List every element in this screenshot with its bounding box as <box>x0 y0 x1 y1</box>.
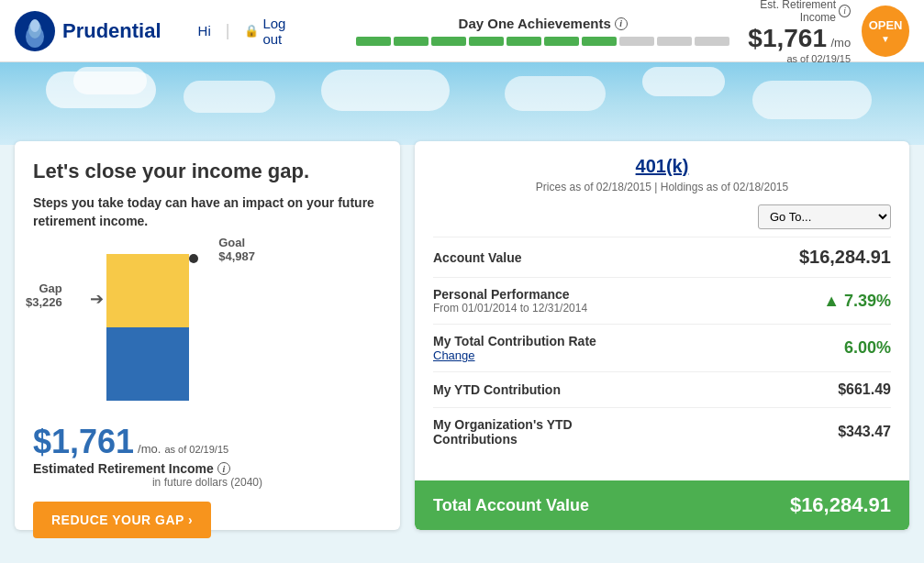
progress-segment-6 <box>582 37 617 46</box>
left-card: Let's close your income gap. Steps you t… <box>15 141 400 530</box>
contribution-value: 6.00% <box>844 338 891 358</box>
performance-label-group: Personal Performance From 01/01/2014 to … <box>433 287 587 315</box>
account-value-label: Account Value <box>433 250 521 265</box>
chevron-down-icon: ▼ <box>881 34 890 44</box>
progress-segment-9 <box>695 37 729 46</box>
income-mo: /mo. <box>138 442 161 456</box>
contribution-change-link[interactable]: Change <box>433 348 596 362</box>
bar-chart <box>106 254 189 401</box>
income-amount: $1,761 <box>33 423 134 461</box>
header-nav: Hi | 🔒 Log out <box>198 16 302 47</box>
day-one-info-icon[interactable]: i <box>615 17 628 30</box>
est-income-amount: $1,761 <box>748 24 827 52</box>
gap-label-group: Gap $3,226 <box>26 282 62 309</box>
open-button[interactable]: OPEN ▼ <box>862 6 909 57</box>
performance-value: ▲ 7.39% <box>823 292 891 311</box>
right-card-body: 401(k) Prices as of 02/18/2015 | Holding… <box>415 141 909 480</box>
svg-point-3 <box>30 19 39 32</box>
goal-amount: $4,987 <box>218 249 255 263</box>
lock-icon: 🔒 <box>244 24 259 38</box>
chart-container: Gap $3,226 ➔ Goal $4,987 <box>106 254 189 401</box>
goal-dot-icon <box>189 254 198 263</box>
ytd-label: My YTD Contribution <box>433 382 561 397</box>
prudential-logo <box>15 11 55 51</box>
income-amount-row: $1,761 /mo. as of 02/19/15 <box>33 423 382 461</box>
left-card-title: Let's close your income gap. <box>33 160 382 183</box>
cloud-4 <box>321 70 450 111</box>
total-label: Total Account Value <box>433 496 589 515</box>
reduce-gap-button[interactable]: REDUCE YOUR GAP › <box>33 502 211 538</box>
account-title[interactable]: 401(k) <box>433 156 891 177</box>
progress-segment-5 <box>544 37 579 46</box>
progress-segment-1 <box>394 37 429 46</box>
cloud-5 <box>505 76 606 111</box>
gap-amount: $3,226 <box>26 295 62 309</box>
progress-segment-7 <box>619 37 654 46</box>
prices-note: Prices as of 02/18/2015 | Holdings as of… <box>433 181 891 193</box>
logo-text: Prudential <box>62 19 161 43</box>
progress-segment-4 <box>507 37 541 46</box>
progress-segment-3 <box>469 37 504 46</box>
cloud-3 <box>184 81 275 113</box>
income-section: $1,761 /mo. as of 02/19/15 Estimated Ret… <box>33 423 382 489</box>
goal-label: Goal <box>218 236 255 249</box>
contribution-label: My Total Contribution Rate <box>433 334 596 348</box>
est-income-label: Est. Retirement Income i <box>729 0 851 24</box>
bar-blue <box>106 327 189 401</box>
greeting-link[interactable]: Hi <box>198 23 211 39</box>
logo-area: Prudential <box>15 11 161 51</box>
right-card: 401(k) Prices as of 02/18/2015 | Holding… <box>415 141 909 530</box>
ytd-value: $661.49 <box>838 381 891 398</box>
cloud-2 <box>73 67 147 94</box>
day-one-label: Day One Achievements i <box>459 16 628 31</box>
main-content: Let's close your income gap. Steps you t… <box>0 127 924 545</box>
gap-label: Gap <box>26 282 62 295</box>
org-label-group: My Organization's YTD Contributions <box>433 417 573 447</box>
account-value: $16,284.91 <box>799 247 891 268</box>
total-value: $16,284.91 <box>790 493 891 517</box>
logout-link[interactable]: 🔒 Log out <box>244 16 301 47</box>
org-sublabel: Contributions <box>433 432 573 447</box>
left-card-subtitle: Steps you take today can have an impact … <box>33 194 382 230</box>
progress-bar <box>356 37 729 46</box>
header-right: Est. Retirement Income i $1,761 /mo as o… <box>729 0 909 64</box>
income-info-icon[interactable]: i <box>217 462 230 475</box>
est-income-row: $1,761 /mo as of 02/19/15 <box>729 24 851 64</box>
est-income-date: as of 02/19/15 <box>729 53 851 64</box>
income-label: Estimated Retirement Income i <box>33 461 382 476</box>
est-income-block: Est. Retirement Income i $1,761 /mo as o… <box>729 0 851 64</box>
cloud-6 <box>642 67 725 96</box>
gap-arrow-icon: ➔ <box>90 289 104 309</box>
total-bar: Total Account Value $16,284.91 <box>415 480 909 530</box>
contribution-row: My Total Contribution Rate Change 6.00% <box>433 324 891 371</box>
account-value-row: Account Value $16,284.91 <box>433 237 891 277</box>
org-label: My Organization's YTD <box>433 417 573 432</box>
org-row: My Organization's YTD Contributions $343… <box>433 407 891 456</box>
contribution-label-group: My Total Contribution Rate Change <box>433 334 596 362</box>
income-date: as of 02/19/15 <box>164 444 228 455</box>
ytd-row: My YTD Contribution $661.49 <box>433 371 891 407</box>
nav-divider: | <box>226 21 230 40</box>
go-to-select[interactable]: Go To...Account SummaryInvestmentsTransa… <box>758 204 891 229</box>
bar-yellow <box>106 254 189 327</box>
performance-label: Personal Performance <box>433 287 587 302</box>
performance-row: Personal Performance From 01/01/2014 to … <box>433 277 891 324</box>
org-value: $343.47 <box>838 424 891 440</box>
progress-segment-0 <box>356 37 391 46</box>
progress-segment-2 <box>431 37 466 46</box>
est-income-info-icon[interactable]: i <box>839 5 851 17</box>
progress-segment-8 <box>657 37 692 46</box>
header-center: Day One Achievements i <box>301 16 729 46</box>
performance-sublabel: From 01/01/2014 to 12/31/2014 <box>433 302 587 315</box>
header: Prudential Hi | 🔒 Log out Day One Achiev… <box>0 0 924 62</box>
cloud-7 <box>752 81 872 119</box>
goal-label-group: Goal $4,987 <box>218 236 255 263</box>
est-income-mo: /mo <box>830 36 851 50</box>
future-note: in future dollars (2040) <box>33 476 382 489</box>
